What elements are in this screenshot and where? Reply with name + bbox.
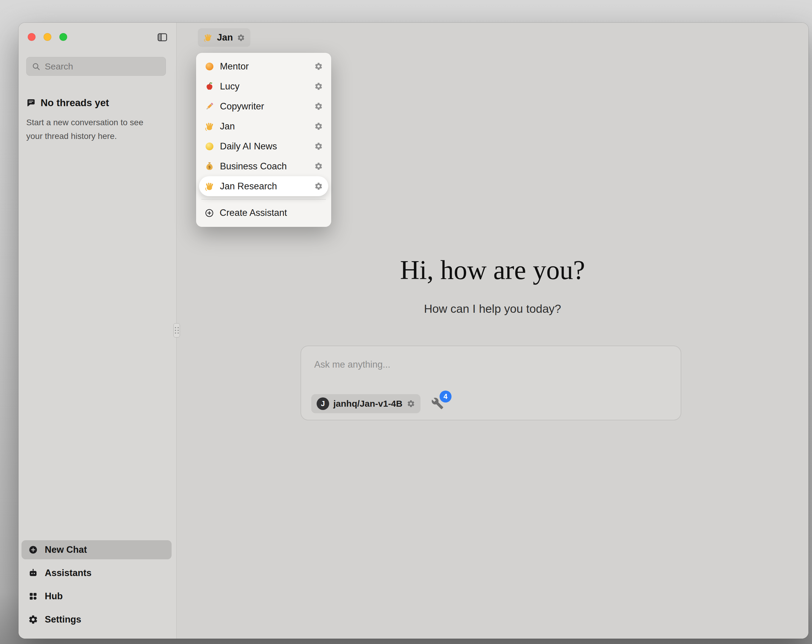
- gear-icon[interactable]: [314, 82, 323, 91]
- sidebar-item-settings[interactable]: Settings: [21, 610, 172, 629]
- chat-composer[interactable]: Ask me anything... J janhq/Jan-v1-4B 4: [301, 346, 681, 420]
- assistant-menu-item-jan-research[interactable]: Jan Research: [199, 176, 328, 196]
- assistant-menu-item-mentor[interactable]: Mentor: [199, 56, 328, 76]
- create-assistant-button[interactable]: Create Assistant: [199, 202, 328, 223]
- assistant-name: Daily AI News: [220, 141, 309, 152]
- app-window: No threads yet Start a new conversation …: [18, 23, 808, 639]
- plus-circle-icon: [205, 208, 214, 218]
- waving-hand-icon: [205, 181, 215, 192]
- apple-icon: [205, 81, 215, 91]
- assistant-menu-item-daily-ai-news[interactable]: Daily AI News: [199, 136, 328, 156]
- message-input[interactable]: Ask me anything...: [314, 359, 390, 370]
- assistant-name: Copywriter: [220, 101, 309, 112]
- sidebar-item-new-chat[interactable]: New Chat: [21, 540, 172, 559]
- assistant-selector-button[interactable]: Jan: [198, 28, 250, 47]
- sidebar: No threads yet Start a new conversation …: [18, 23, 177, 639]
- assistant-menu-item-business-coach[interactable]: Business Coach: [199, 156, 328, 176]
- close-window-button[interactable]: [28, 33, 35, 41]
- gear-icon[interactable]: [314, 62, 323, 71]
- plus-circle-icon: [28, 545, 38, 555]
- sidebar-item-label: New Chat: [45, 544, 87, 555]
- model-selector[interactable]: J janhq/Jan-v1-4B: [311, 394, 420, 413]
- sidebar-toggle-icon: [157, 32, 168, 43]
- composer-toolbar: J janhq/Jan-v1-4B 4: [311, 394, 444, 413]
- orange-circle-icon: [205, 61, 215, 72]
- sidebar-item-hub[interactable]: Hub: [21, 587, 172, 606]
- assistant-name: Mentor: [220, 61, 309, 72]
- search-input[interactable]: [45, 61, 160, 72]
- tools-count-badge: 4: [440, 391, 452, 402]
- waving-hand-icon: [205, 121, 215, 131]
- model-avatar: J: [317, 397, 329, 410]
- greeting-subtitle: How can I help you today?: [177, 302, 808, 315]
- greeting-title: Hi, how are you?: [177, 254, 808, 285]
- tools-button[interactable]: 4: [431, 397, 444, 410]
- yellow-circle-icon: [205, 141, 215, 151]
- sidebar-item-label: Assistants: [45, 568, 92, 579]
- search-icon: [32, 62, 41, 71]
- minimize-window-button[interactable]: [44, 33, 51, 41]
- sidebar-item-label: Settings: [45, 614, 81, 625]
- empty-line-2: your thread history here.: [26, 131, 117, 141]
- assistant-selector-label: Jan: [217, 32, 233, 43]
- model-name: janhq/Jan-v1-4B: [333, 399, 403, 409]
- assistant-name: Jan: [220, 121, 309, 132]
- create-assistant-label: Create Assistant: [220, 207, 287, 218]
- zoom-window-button[interactable]: [60, 33, 67, 41]
- window-controls: [28, 33, 67, 41]
- assistant-name: Jan Research: [220, 181, 309, 192]
- assistants-icon: [28, 568, 38, 578]
- gear-icon[interactable]: [237, 34, 245, 42]
- main-area: Jan Mentor Lucy Copywriter Jan: [177, 23, 808, 639]
- sidebar-resize-handle[interactable]: [173, 323, 180, 338]
- hub-grid-icon: [28, 591, 38, 601]
- sidebar-item-label: Hub: [45, 591, 63, 602]
- gear-icon[interactable]: [314, 142, 323, 151]
- assistant-name: Business Coach: [220, 161, 309, 172]
- empty-line-1: Start a new conversation to see: [26, 118, 143, 127]
- empty-state-title: No threads yet: [41, 97, 109, 108]
- empty-state-description: Start a new conversation to see your thr…: [26, 116, 170, 143]
- gear-icon[interactable]: [407, 399, 415, 408]
- sidebar-bottom-nav: New Chat Assistants Hub Settings: [21, 540, 172, 629]
- chat-bubble-icon: [26, 98, 36, 108]
- gear-icon[interactable]: [314, 122, 323, 131]
- search-box[interactable]: [26, 57, 166, 76]
- sidebar-toggle-button[interactable]: [157, 32, 168, 43]
- money-bag-icon: [205, 161, 215, 171]
- gear-icon[interactable]: [314, 102, 323, 111]
- assistant-menu-item-jan[interactable]: Jan: [199, 116, 328, 136]
- waving-hand-icon: [203, 33, 213, 42]
- gear-icon[interactable]: [314, 162, 323, 171]
- assistant-menu-item-copywriter[interactable]: Copywriter: [199, 96, 328, 116]
- empty-threads-state: No threads yet Start a new conversation …: [26, 97, 170, 143]
- gear-icon[interactable]: [314, 182, 323, 190]
- assistant-dropdown-menu: Mentor Lucy Copywriter Jan Daily AI News: [196, 53, 331, 227]
- assistant-name: Lucy: [220, 81, 309, 92]
- sidebar-item-assistants[interactable]: Assistants: [21, 563, 172, 583]
- assistant-menu-item-lucy[interactable]: Lucy: [199, 76, 328, 96]
- menu-divider: [201, 199, 326, 199]
- gear-icon: [28, 615, 38, 625]
- pencil-icon: [205, 101, 215, 111]
